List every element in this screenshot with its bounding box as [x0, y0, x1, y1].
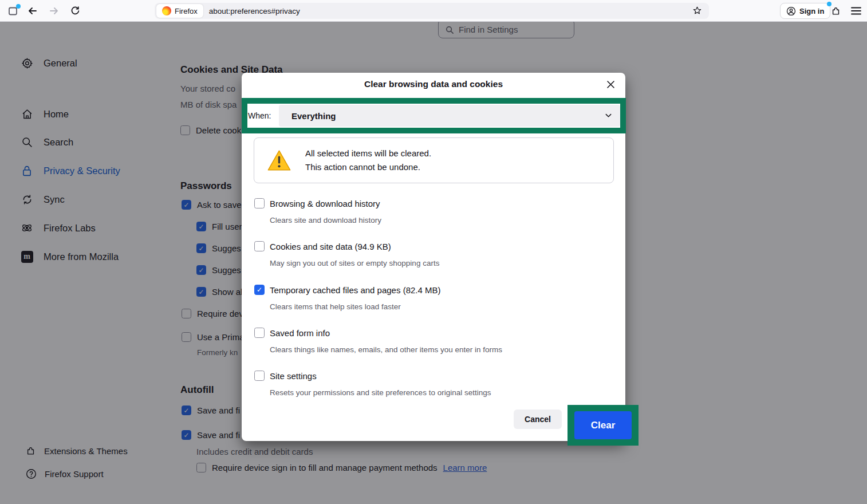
url-text: about:preferences#privacy: [209, 7, 300, 15]
site-identity-chip[interactable]: Firefox: [156, 4, 203, 18]
cancel-button[interactable]: Cancel: [514, 410, 562, 429]
close-icon[interactable]: [604, 77, 617, 91]
back-icon[interactable]: [24, 0, 41, 22]
chevron-down-icon: [605, 112, 612, 119]
clear-option-cache[interactable]: Temporary cached files and pages (82.4 M…: [254, 285, 609, 311]
clear-option-site-settings[interactable]: Site settings Resets your permissions an…: [254, 371, 609, 397]
clear-option-browsing-history[interactable]: Browsing & download history Clears site …: [254, 198, 609, 225]
bookmark-star-icon[interactable]: [692, 6, 702, 15]
forward-icon[interactable]: [45, 0, 62, 22]
sign-in-button[interactable]: Sign in: [780, 3, 830, 19]
sign-in-label: Sign in: [799, 7, 824, 15]
notification-dot: [16, 4, 21, 9]
clear-option-form-info[interactable]: Saved form info Clears things like names…: [254, 328, 609, 354]
checkbox[interactable]: [254, 371, 265, 381]
site-identity-label: Firefox: [175, 7, 198, 15]
firefox-logo-icon: [162, 6, 171, 15]
checkbox[interactable]: [254, 285, 265, 295]
checkbox[interactable]: [254, 328, 265, 338]
menu-icon[interactable]: [848, 0, 865, 22]
checkbox[interactable]: [254, 198, 265, 208]
warning-line2: This action cannot be undone.: [305, 160, 431, 174]
screen: Firefox about:preferences#privacy Sign i…: [0, 0, 867, 504]
extensions-icon[interactable]: [827, 0, 845, 22]
warning-line1: All selected items will be cleared.: [305, 147, 431, 160]
account-icon: [786, 6, 796, 16]
when-dropdown[interactable]: Everything: [279, 105, 620, 127]
when-dropdown-value: Everything: [291, 111, 336, 121]
warning-box: All selected items will be cleared. This…: [254, 137, 614, 183]
dialog-title: Clear browsing data and cookies: [242, 79, 625, 89]
clear-button[interactable]: Clear: [574, 411, 632, 439]
address-bar[interactable]: Firefox about:preferences#privacy: [155, 3, 709, 19]
highlight-when-row: When: Everything: [242, 98, 626, 133]
checkbox[interactable]: [254, 241, 265, 251]
warning-icon: [267, 149, 291, 172]
reload-icon[interactable]: [66, 0, 84, 22]
when-label: When:: [248, 111, 279, 120]
firefox-view-icon[interactable]: [5, 0, 22, 22]
browser-toolbar: Firefox about:preferences#privacy Sign i…: [0, 0, 867, 22]
clear-option-cookies[interactable]: Cookies and site data (94.9 KB) May sign…: [254, 241, 609, 267]
highlight-clear-button: Clear: [568, 405, 639, 446]
